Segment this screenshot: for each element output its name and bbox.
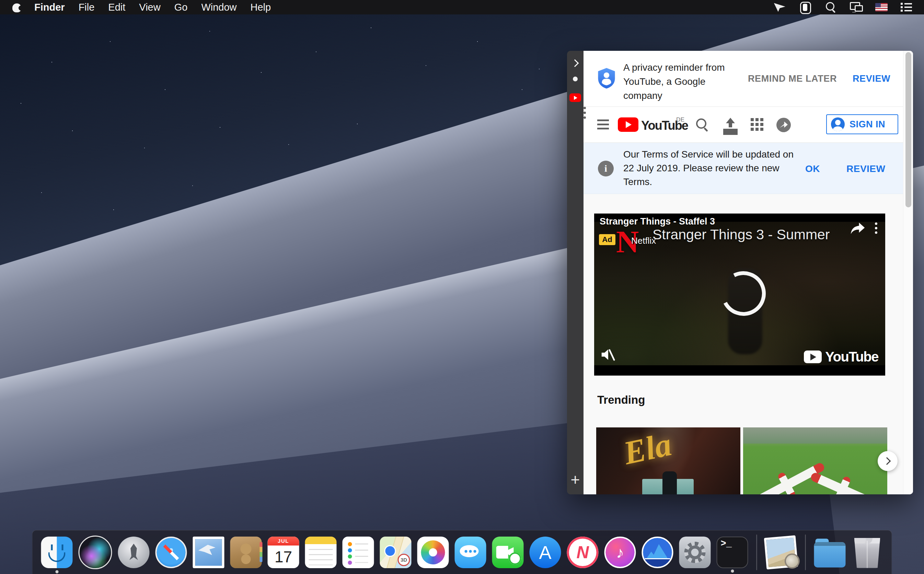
dock-messages-icon[interactable] — [455, 536, 486, 568]
apps-grid-icon[interactable] — [749, 117, 765, 132]
dock-divider-icon[interactable] — [757, 535, 757, 570]
dock-launchpad-icon[interactable] — [118, 536, 150, 568]
terms-ok-button[interactable]: OK — [805, 163, 820, 174]
share-icon[interactable] — [850, 222, 865, 236]
apple-menu-icon[interactable] — [13, 2, 21, 13]
youtube-watermark[interactable]: YouTube — [804, 349, 878, 364]
video-overlay-title: Stranger Things 3 - Summer — [653, 227, 830, 243]
info-icon: i — [598, 161, 614, 177]
search-icon[interactable] — [695, 117, 710, 132]
dock-contacts-icon[interactable] — [230, 536, 262, 568]
menubar-listmenu-icon[interactable] — [900, 2, 913, 13]
trending-heading: Trending — [597, 393, 645, 407]
dock-preview-icon[interactable] — [764, 535, 798, 569]
collapse-chevron-icon[interactable] — [571, 59, 579, 67]
dock-safari-icon[interactable] — [156, 536, 187, 568]
menubar-battery-icon[interactable] — [799, 2, 812, 13]
running-indicator — [731, 569, 734, 572]
dock-trash-icon[interactable] — [852, 536, 883, 568]
messages-icon[interactable] — [776, 117, 792, 132]
thumbnail-detail — [810, 472, 879, 494]
dock-news-icon[interactable]: N — [567, 536, 599, 568]
dock-appstore-icon[interactable]: A — [530, 536, 561, 568]
privacy-message: A privacy reminder from YouTube, a Googl… — [623, 60, 737, 102]
scrollbar-thumb[interactable] — [905, 52, 911, 207]
dock-mountainapp-icon[interactable] — [642, 536, 674, 568]
ad-badge: Ad — [599, 234, 615, 245]
dock-facetime-icon[interactable] — [492, 536, 524, 568]
dock-photos-icon[interactable] — [417, 536, 449, 568]
sign-in-label: SIGN IN — [850, 119, 885, 130]
menu-item-edit[interactable]: Edit — [108, 2, 125, 13]
carousel-next-button[interactable] — [878, 451, 897, 471]
dock-mail-icon[interactable] — [193, 536, 225, 568]
youtube-tab-icon[interactable] — [570, 93, 581, 102]
youtube-watermark-icon — [804, 350, 822, 363]
running-indicator — [56, 570, 59, 573]
upload-icon[interactable] — [723, 117, 738, 132]
dock-folder-icon[interactable] — [814, 542, 846, 568]
thumbnail-detail — [663, 472, 677, 494]
menu-bar: FinderFileEditViewGoWindowHelp — [0, 0, 924, 14]
terms-review-button[interactable]: REVIEW — [847, 163, 885, 174]
panel-tab-strip: + — [567, 51, 584, 494]
dock-itunes-icon[interactable]: ♪ — [604, 536, 636, 568]
desktop: FinderFileEditViewGoWindowHelp + — [0, 0, 924, 574]
menubar-status-icons — [774, 2, 924, 13]
dock-maps-icon[interactable]: 3D — [380, 536, 412, 568]
ad-title[interactable]: Stranger Things - Staffel 3 — [600, 216, 715, 227]
menu-items: FinderFileEditViewGoWindowHelp — [34, 2, 271, 13]
privacy-review-button[interactable]: REVIEW — [853, 74, 890, 84]
youtube-logo-icon[interactable] — [618, 117, 638, 132]
hamburger-menu-icon[interactable] — [597, 120, 609, 121]
menu-item-help[interactable]: Help — [250, 2, 271, 13]
youtube-header: YouTube DE SIGN IN — [584, 107, 913, 143]
terms-notice: i Our Terms of Service will be updated o… — [584, 143, 913, 194]
menu-item-file[interactable]: File — [79, 2, 95, 13]
tab-dot-indicator[interactable] — [573, 77, 578, 81]
dock-sysprefs-icon[interactable] — [679, 536, 711, 568]
remind-me-later-button[interactable]: REMIND ME LATER — [748, 74, 837, 84]
trending-thumbnail-2[interactable] — [743, 427, 887, 494]
avatar-icon — [831, 117, 845, 131]
privacy-banner: A privacy reminder from YouTube, a Googl… — [584, 51, 913, 107]
dock-divider-icon[interactable] — [805, 535, 806, 570]
dock-reminders-icon[interactable] — [343, 536, 374, 568]
menu-item-window[interactable]: Window — [201, 2, 236, 13]
dock-notes-icon[interactable] — [305, 536, 337, 568]
sign-in-button[interactable]: SIGN IN — [826, 114, 898, 134]
browser-side-panel: + A privacy reminder from YouTube, a Goo… — [567, 51, 913, 494]
dock-finder-icon[interactable] — [41, 536, 73, 568]
player-kebab-icon[interactable] — [875, 222, 878, 225]
dock-terminal-icon[interactable]: >_ — [717, 536, 748, 568]
youtube-region-label: DE — [676, 117, 685, 123]
menubar-spotlight-icon[interactable] — [825, 2, 837, 13]
letterbox — [594, 365, 885, 375]
scrollbar-track[interactable] — [903, 51, 913, 494]
video-player[interactable]: N Stranger Things - Staffel 3 Ad Netflix… — [594, 213, 885, 375]
menu-item-go[interactable]: Go — [175, 2, 188, 13]
privacy-shield-icon — [598, 68, 615, 90]
terms-message: Our Terms of Service will be updated on … — [623, 148, 795, 189]
dock-calendar-icon[interactable]: JUL 17 — [268, 536, 299, 568]
add-tab-button[interactable]: + — [567, 472, 584, 487]
panel-content: A privacy reminder from YouTube, a Googl… — [584, 51, 913, 494]
youtube-watermark-text: YouTube — [825, 349, 878, 364]
menubar-flag-us-icon[interactable] — [875, 3, 888, 11]
dock: JUL 17 — [32, 530, 892, 574]
trending-thumbnail-1[interactable]: Ela — [596, 427, 740, 494]
mute-icon[interactable] — [600, 347, 615, 364]
dock-siri-icon[interactable] — [79, 536, 112, 569]
thumbnail-title-art: Ela — [620, 427, 675, 472]
menu-item-finder[interactable]: Finder — [34, 2, 65, 13]
menubar-displays-icon[interactable] — [850, 2, 863, 13]
menu-item-view[interactable]: View — [139, 2, 160, 13]
menubar-pointer-icon[interactable] — [774, 2, 787, 13]
